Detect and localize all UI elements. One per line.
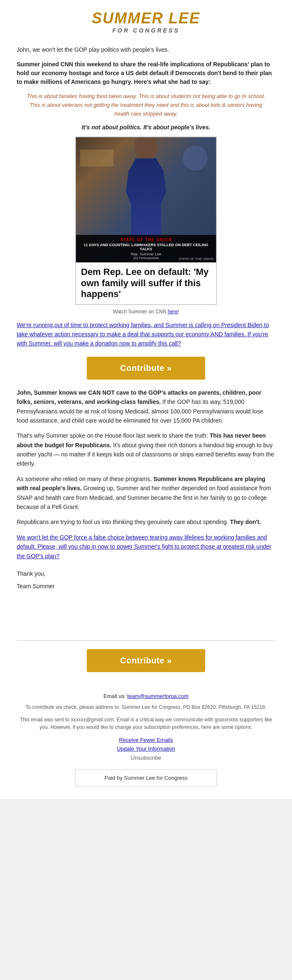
bg-circle-1 — [183, 146, 208, 171]
body-para-3: As someone who relied on many of these p… — [17, 474, 275, 512]
footer-address: To contribute via check, please address … — [17, 703, 275, 711]
footer-email-link[interactable]: team@summerforpa.com — [127, 693, 189, 699]
caption-exclamation: ! — [178, 309, 179, 315]
header-title: SUMMER LEE FOR CONGRESS — [8, 10, 284, 34]
greeting-text: John, we won't let the GOP play politics… — [17, 45, 275, 54]
bold-italic-center: It's not about politics. It's about peop… — [17, 124, 275, 131]
caption-link[interactable]: here — [168, 309, 178, 315]
divider — [17, 640, 275, 641]
cnn-bar-headline: 11 DAYS AND COUNTING: LAWMAKERS STALLED … — [79, 243, 213, 251]
paid-by-box: Paid by Summer Lee for Congress — [75, 769, 217, 786]
body-para-2: That's why Summer spoke on the House flo… — [17, 431, 275, 469]
body-para-4-text: Republicans are trying to fool us into t… — [17, 519, 230, 525]
person-head — [135, 137, 158, 160]
cnn-image-inner: STATE OF THE UNION 11 DAYS AND COUNTING:… — [76, 137, 216, 262]
bg-rect — [80, 150, 113, 166]
cta-link-2[interactable]: We won't let the GOP force a false choic… — [17, 533, 275, 561]
email-wrapper: SUMMER LEE FOR CONGRESS John, we won't l… — [0, 0, 292, 799]
cnn-intro: Summer joined CNN this weekend to share … — [17, 60, 275, 86]
contribute-btn-wrap-2: Contribute » — [17, 649, 275, 672]
italic-quote: This is about families having food taken… — [25, 92, 267, 118]
spacer — [17, 595, 275, 628]
email-content: John, we won't let the GOP play politics… — [0, 39, 292, 689]
cnn-intro-suffix: Here's what she had to say: — [132, 78, 211, 85]
body-para-4-bold: They don't. — [230, 519, 261, 525]
header: SUMMER LEE FOR CONGRESS — [0, 0, 292, 39]
body-para-1: John, Summer knows we CAN NOT cave to th… — [17, 388, 275, 426]
thank-you: Thank you, — [17, 569, 275, 578]
unsubscribe-text: Unsubscribe — [131, 755, 161, 761]
cnn-bar-name: Rep. Summer Lee — [79, 252, 213, 256]
footer: Email us: team@summerforpa.com To contri… — [0, 689, 292, 799]
header-subtitle: FOR CONGRESS — [8, 28, 284, 34]
body-para-3-prefix: As someone who relied on many of these p… — [17, 476, 154, 482]
cnn-image-container: STATE OF THE UNION 11 DAYS AND COUNTING:… — [17, 136, 275, 306]
caption-text: Watch Summer on CNN — [113, 309, 168, 315]
cnn-bar-title: STATE OF THE UNION — [79, 237, 213, 242]
footer-notice: This email was sent to xxxxxx@gmail.com.… — [17, 716, 275, 731]
cnn-image-box: STATE OF THE UNION 11 DAYS AND COUNTING:… — [75, 136, 217, 305]
sign-off: Team Summer — [17, 582, 275, 591]
cnn-headline: Dem Rep. Lee on default: 'My own family … — [76, 262, 216, 304]
cnn-headline-text: Dem Rep. Lee on default: 'My own family … — [81, 267, 211, 300]
cnn-watermark: STATE OF THE UNION — [179, 257, 214, 261]
update-information-link[interactable]: Update Your Information — [17, 746, 275, 752]
contribute-btn-wrap-1: Contribute » — [17, 357, 275, 380]
cta-link-1[interactable]: We're running out of time to protect wor… — [17, 320, 275, 348]
footer-email-label: Email us: — [103, 693, 127, 699]
contribute-button-2[interactable]: Contribute » — [87, 649, 205, 672]
receive-fewer-emails-link[interactable]: Receive Fewer Emails — [17, 737, 275, 743]
body-para-4: Republicans are trying to fool us into t… — [17, 517, 275, 527]
footer-email-row: Email us: team@summerforpa.com — [17, 693, 275, 699]
figure-caption: Watch Summer on CNN here! — [17, 309, 275, 315]
body-para-2-prefix: That's why Summer spoke on the House flo… — [17, 432, 210, 439]
contribute-button-1[interactable]: Contribute » — [87, 357, 205, 380]
header-title-line1: SUMMER LEE — [8, 10, 284, 27]
